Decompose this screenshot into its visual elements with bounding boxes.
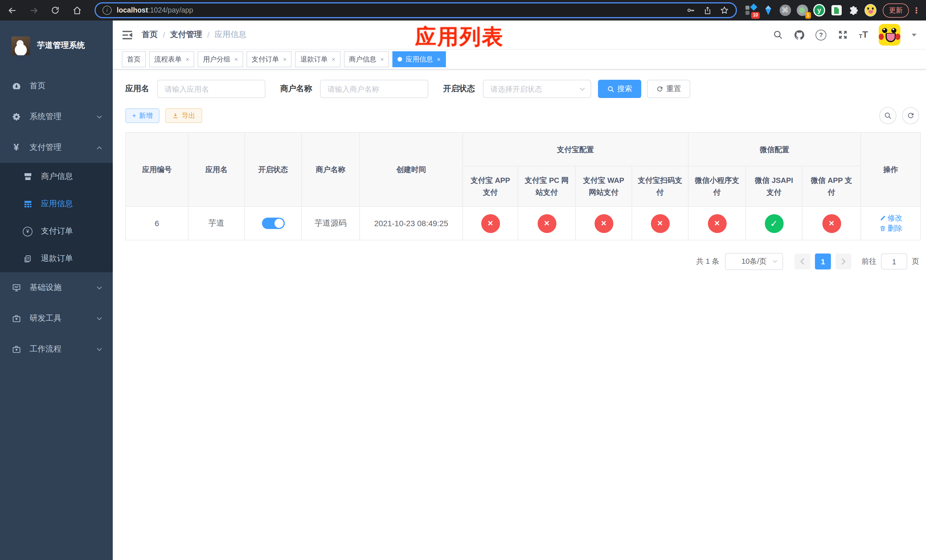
tag-app-info[interactable]: 应用信息× <box>392 51 446 67</box>
sidebar-item-dev-tools[interactable]: 研发工具 <box>0 303 113 334</box>
ext-y-icon[interactable]: y <box>813 4 825 16</box>
add-button-label: 新增 <box>139 111 153 121</box>
delete-link[interactable]: 删除 <box>879 223 902 233</box>
sidebar-item-label: 系统管理 <box>30 112 62 122</box>
user-avatar[interactable] <box>879 24 900 45</box>
sidebar-item-workflow[interactable]: 工作流程 <box>0 334 113 365</box>
header-search-icon[interactable] <box>772 29 783 40</box>
ext-command-icon[interactable]: ⌘ <box>779 4 791 16</box>
goto-page-input[interactable] <box>881 254 907 269</box>
sidebar-collapse-icon[interactable] <box>122 30 133 39</box>
ext-gem-icon[interactable] <box>762 4 774 16</box>
app-name-input[interactable] <box>157 80 265 98</box>
group-alipay-config: 支付宝配置 <box>463 132 688 166</box>
chevron-down-icon <box>96 316 103 321</box>
cell-alipay-app: × <box>463 206 518 240</box>
logo-rabbit-image <box>11 36 30 55</box>
tag-close-icon[interactable]: × <box>332 56 336 62</box>
tag-user-group[interactable]: 用户分组× <box>198 51 243 67</box>
chrome-menu-icon[interactable]: ⋮ <box>912 6 920 14</box>
add-button[interactable]: + 新增 <box>125 108 159 123</box>
tag-close-icon[interactable]: × <box>437 56 440 62</box>
sidebar-item-label: 应用信息 <box>41 199 73 209</box>
ext-proxy-icon[interactable]: 1 <box>796 4 808 16</box>
page-annotation-title: 应用列表 <box>415 23 504 51</box>
font-size-icon[interactable]: TT <box>859 30 868 39</box>
yen-circle-icon: ¥ <box>23 227 32 236</box>
page-size-select[interactable]: 10条/页 <box>725 253 783 270</box>
page-number-1[interactable]: 1 <box>815 254 831 269</box>
search-button[interactable]: 搜索 <box>598 80 641 98</box>
sidebar-item-refund-order[interactable]: 退款订单 <box>0 245 113 272</box>
tag-pay-order[interactable]: 支付订单× <box>247 51 292 67</box>
help-icon[interactable]: ? <box>816 29 826 40</box>
merchant-input[interactable] <box>320 80 428 98</box>
monitor-chart-icon <box>11 283 21 292</box>
tag-merchant-info[interactable]: 商户信息× <box>344 51 389 67</box>
browser-reload-icon[interactable] <box>48 3 63 18</box>
tag-close-icon[interactable]: × <box>235 56 238 62</box>
fullscreen-icon[interactable] <box>837 29 848 40</box>
gear-icon <box>11 112 21 122</box>
sidebar-item-label: 退款订单 <box>41 254 73 264</box>
breadcrumb-section[interactable]: 支付管理 <box>170 30 202 40</box>
ext-stats-icon[interactable]: 10 <box>745 4 757 16</box>
browser-forward-icon[interactable] <box>26 3 41 18</box>
sidebar-item-merchant-info[interactable]: 商户信息 <box>0 163 113 190</box>
col-status: 开启状态 <box>245 132 301 206</box>
sidebar-item-system[interactable]: 系统管理 <box>0 101 113 132</box>
prev-page-button[interactable] <box>794 254 810 269</box>
browser-back-icon[interactable] <box>5 3 20 18</box>
status-select[interactable] <box>483 80 591 98</box>
tag-close-icon[interactable]: × <box>283 56 287 62</box>
github-icon[interactable] <box>794 29 805 40</box>
chrome-update-button[interactable]: 更新 <box>883 3 909 17</box>
page-content: 应用名 商户名称 开启状态 <box>113 70 926 560</box>
sidebar-item-pay-order[interactable]: ¥ 支付订单 <box>0 218 113 245</box>
chrome-profile-avatar[interactable] <box>864 4 876 16</box>
tag-home[interactable]: 首页 <box>122 51 146 67</box>
tag-process-form[interactable]: 流程表单× <box>149 51 195 67</box>
col-app-id: 应用编号 <box>126 132 188 206</box>
ext-puzzle-icon[interactable] <box>847 4 859 16</box>
cell-alipay-wap: × <box>575 206 632 240</box>
col-actions: 操作 <box>861 132 921 206</box>
cell-merchant: 芋道源码 <box>301 206 360 240</box>
refresh-button[interactable] <box>902 107 919 124</box>
reset-button[interactable]: 重置 <box>647 80 690 98</box>
breadcrumb-home[interactable]: 首页 <box>142 30 158 40</box>
avatar-caret-icon[interactable] <box>911 33 917 37</box>
status-select-input[interactable] <box>483 80 591 98</box>
sidebar-item-infra[interactable]: 基础设施 <box>0 272 113 303</box>
sidebar-item-payment[interactable]: ¥ 支付管理 <box>0 132 113 163</box>
browser-home-icon[interactable] <box>70 3 84 18</box>
share-icon[interactable] <box>703 6 712 15</box>
tag-refund-order[interactable]: 退款订单× <box>295 51 340 67</box>
tag-close-icon[interactable]: × <box>380 56 384 62</box>
pagination: 共 1 条 10条/页 1 前往 <box>125 253 920 270</box>
export-button[interactable]: 导出 <box>165 108 202 123</box>
edit-link[interactable]: 修改 <box>879 213 902 223</box>
sidebar-item-app-info[interactable]: 应用信息 <box>0 190 113 218</box>
url-text[interactable]: localhost:1024/pay/app <box>117 6 678 14</box>
col-alipay-wap: 支付宝 WAP 网站支付 <box>575 166 632 206</box>
sidebar-item-home[interactable]: 首页 <box>0 71 113 101</box>
status-cross-icon: × <box>481 214 500 233</box>
tag-close-icon[interactable]: × <box>186 56 189 62</box>
address-bar[interactable]: i localhost:1024/pay/app <box>95 2 737 18</box>
col-app-name: 应用名 <box>188 132 245 206</box>
ext-notes-icon[interactable] <box>830 4 842 16</box>
filter-app-name: 应用名 <box>125 80 265 98</box>
col-merchant: 商户名称 <box>301 132 360 206</box>
row-status-toggle[interactable] <box>262 218 284 229</box>
cell-created: 2021-10-23 08:49:25 <box>360 206 463 240</box>
bookmark-star-icon[interactable] <box>720 6 729 15</box>
site-info-icon[interactable]: i <box>103 6 112 15</box>
sidebar-logo[interactable]: 芋道管理系统 <box>0 21 113 71</box>
active-dot <box>398 57 402 62</box>
status-cross-icon: × <box>594 214 613 233</box>
password-key-icon[interactable] <box>686 6 695 15</box>
next-page-button[interactable] <box>835 254 851 269</box>
hide-search-button[interactable] <box>879 107 896 124</box>
tag-label: 退款订单 <box>300 54 328 64</box>
